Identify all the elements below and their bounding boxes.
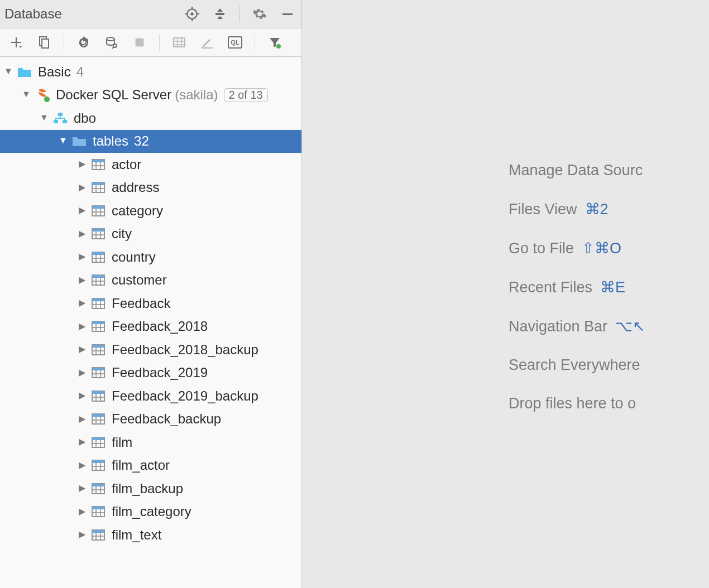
svg-rect-18 [54, 120, 58, 123]
hint-item[interactable]: Go to File⇧⌘O [509, 239, 709, 257]
tree-table-item[interactable]: ▶Feedback_2019_backup [0, 384, 301, 408]
minimize-icon[interactable] [279, 6, 296, 22]
hint-label: Go to File [509, 240, 574, 257]
chevron-right-icon[interactable]: ▶ [77, 390, 87, 401]
chevron-right-icon[interactable]: ▶ [77, 274, 87, 285]
tree-table-item[interactable]: ▶address [0, 176, 301, 200]
tree-table-item[interactable]: ▶actor [0, 153, 301, 176]
svg-rect-19 [63, 120, 67, 123]
hint-item[interactable]: Files View⌘2 [509, 200, 709, 218]
tree-datasource[interactable]: ▼ Docker SQL Server (sakila) 2 of 13 [0, 84, 301, 107]
panel-header-actions [184, 6, 296, 22]
svg-rect-27 [92, 229, 104, 232]
chevron-down-icon[interactable]: ▼ [3, 66, 13, 76]
chevron-right-icon[interactable]: ▶ [77, 529, 87, 539]
chevron-right-icon[interactable]: ▶ [77, 158, 87, 169]
table-label: film_actor [112, 457, 170, 473]
chevron-right-icon[interactable]: ▶ [77, 321, 87, 331]
panel-title: Database [4, 6, 184, 22]
svg-rect-29 [92, 252, 104, 255]
svg-rect-53 [92, 530, 104, 533]
add-icon[interactable] [8, 34, 25, 51]
chevron-right-icon[interactable]: ▶ [77, 344, 87, 354]
tree-table-item[interactable]: ▶country [0, 245, 301, 269]
folder-icon [71, 136, 87, 147]
table-label: address [112, 180, 159, 195]
tree-table-item[interactable]: ▶city [0, 223, 301, 246]
db-tool-icon[interactable] [103, 34, 120, 51]
svg-rect-23 [92, 182, 104, 185]
svg-rect-25 [92, 206, 104, 209]
hints-list: Manage Data SourcFiles View⌘2Go to File⇧… [509, 162, 709, 412]
tree-table-item[interactable]: ▶film_category [0, 500, 301, 524]
hint-shortcut: ⌘2 [585, 200, 609, 218]
hint-item[interactable]: Recent Files⌘E [509, 278, 709, 296]
table-icon [90, 228, 106, 239]
tree-table-item[interactable]: ▶film_actor [0, 454, 301, 478]
chevron-right-icon[interactable]: ▶ [77, 297, 87, 308]
separator [64, 34, 64, 51]
table-label: film_backup [112, 481, 183, 497]
table-grid-icon[interactable] [171, 34, 188, 51]
hint-item[interactable]: Search Everywhere [509, 356, 709, 374]
copy-icon[interactable] [36, 34, 52, 51]
database-tree[interactable]: ▼ Basic 4 ▼ Docker SQL Server (sakila) 2… [0, 57, 301, 588]
ql-console-icon[interactable]: QL [227, 34, 243, 51]
svg-rect-11 [136, 38, 144, 47]
database-panel: Database [0, 0, 302, 588]
chevron-right-icon[interactable]: ▶ [77, 506, 87, 517]
svg-rect-49 [92, 484, 104, 486]
table-label: Feedback_2018 [112, 319, 208, 334]
chevron-right-icon[interactable]: ▶ [77, 367, 87, 378]
group-label: Basic [38, 64, 71, 80]
table-label: Feedback [112, 296, 170, 311]
chevron-right-icon[interactable]: ▶ [77, 436, 87, 447]
tree-table-item[interactable]: ▶film_text [0, 523, 301, 547]
hint-item[interactable]: Drop files here to o [509, 395, 709, 412]
tree-root-group[interactable]: ▼ Basic 4 [0, 60, 301, 84]
editor-empty-state: Manage Data SourcFiles View⌘2Go to File⇧… [302, 0, 709, 588]
filter-icon[interactable] [266, 34, 283, 51]
tree-table-item[interactable]: ▶Feedback_2019 [0, 362, 301, 385]
datasource-label: Docker SQL Server [56, 87, 171, 103]
chevron-right-icon[interactable]: ▶ [77, 251, 87, 262]
tree-table-item[interactable]: ▶customer [0, 269, 301, 292]
hint-item[interactable]: Navigation Bar⌥↖ [509, 317, 709, 335]
tree-table-item[interactable]: ▶film_backup [0, 477, 301, 500]
table-icon [90, 182, 106, 193]
stop-icon[interactable] [131, 34, 148, 51]
collapse-icon[interactable] [212, 6, 228, 22]
chevron-right-icon[interactable]: ▶ [77, 182, 87, 192]
target-icon[interactable] [184, 6, 200, 22]
hint-item[interactable]: Manage Data Sourc [509, 162, 709, 179]
chevron-right-icon[interactable]: ▶ [77, 460, 87, 470]
tables-count: 32 [134, 133, 149, 149]
tree-table-item[interactable]: ▶Feedback [0, 292, 301, 315]
edit-icon[interactable] [199, 34, 215, 51]
table-icon [90, 321, 106, 332]
svg-rect-43 [92, 414, 104, 417]
tree-table-item[interactable]: ▶film [0, 431, 301, 454]
tree-table-item[interactable]: ▶category [0, 199, 301, 223]
gear-icon[interactable] [251, 6, 268, 22]
svg-rect-41 [92, 391, 104, 394]
separator [255, 34, 255, 51]
svg-rect-31 [92, 275, 104, 278]
tree-table-item[interactable]: ▶Feedback_backup [0, 408, 301, 431]
tree-table-item[interactable]: ▶Feedback_2018_backup [0, 338, 301, 362]
refresh-icon[interactable] [75, 34, 92, 51]
chevron-right-icon[interactable]: ▶ [77, 205, 87, 215]
tree-schema[interactable]: ▼ dbo [0, 107, 301, 130]
tree-tables-node[interactable]: ▼ tables 32 [0, 130, 301, 153]
chevron-down-icon[interactable]: ▼ [21, 89, 31, 99]
app-root: Database [0, 0, 709, 588]
svg-rect-6 [282, 13, 293, 15]
chevron-down-icon[interactable]: ▼ [39, 113, 49, 123]
tree-table-item[interactable]: ▶Feedback_2018 [0, 315, 301, 339]
chevron-right-icon[interactable]: ▶ [77, 483, 87, 493]
chevron-down-icon[interactable]: ▼ [58, 136, 68, 146]
table-label: Feedback_2019_backup [112, 388, 258, 404]
svg-rect-37 [92, 345, 104, 348]
chevron-right-icon[interactable]: ▶ [77, 228, 87, 239]
chevron-right-icon[interactable]: ▶ [77, 413, 87, 424]
